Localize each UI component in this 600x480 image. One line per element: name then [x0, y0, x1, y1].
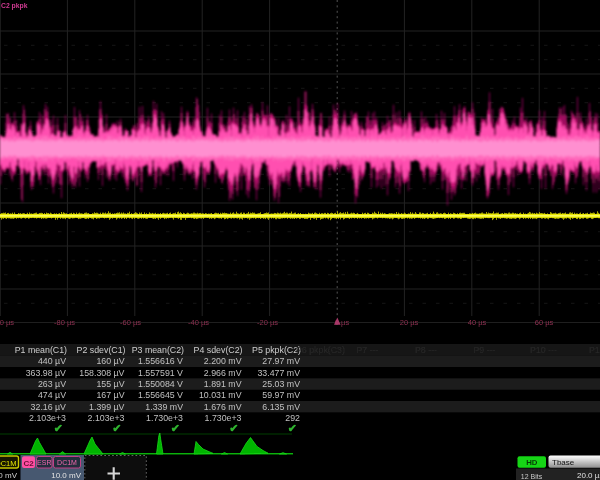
svg-text:✔: ✔ — [229, 422, 238, 434]
svg-text:59.97 mV: 59.97 mV — [262, 390, 300, 400]
svg-text:-100 µs: -100 µs — [0, 318, 14, 327]
svg-text:440 µV: 440 µV — [38, 356, 66, 366]
svg-text:33.477 mV: 33.477 mV — [257, 368, 300, 378]
svg-text:20.0 µs: 20.0 µs — [577, 471, 600, 480]
svg-text:ESR: ESR — [37, 459, 51, 466]
svg-text:155 µV: 155 µV — [96, 379, 124, 389]
svg-text:1.339 mV: 1.339 mV — [145, 402, 183, 412]
svg-text:✔: ✔ — [112, 422, 121, 434]
svg-text:1.399 µV: 1.399 µV — [89, 402, 125, 412]
svg-text:32.16 µV: 32.16 µV — [31, 402, 67, 412]
svg-text:160 µV: 160 µV — [96, 356, 124, 366]
svg-text:P1: P1 — [589, 345, 600, 355]
svg-text:✔: ✔ — [54, 422, 63, 434]
svg-text:P6 pkpk(C3): P6 pkpk(C3) — [296, 345, 345, 355]
svg-text:1.891 mV: 1.891 mV — [204, 379, 242, 389]
svg-text:P7 ---: P7 --- — [357, 345, 379, 355]
svg-text:DC1M: DC1M — [0, 459, 17, 468]
svg-text:158.308 µV: 158.308 µV — [79, 368, 124, 378]
svg-text:1.550084 V: 1.550084 V — [138, 379, 183, 389]
svg-text:1.556616 V: 1.556616 V — [138, 356, 183, 366]
svg-text:P9 ---: P9 --- — [474, 345, 496, 355]
svg-text:25.03 mV: 25.03 mV — [262, 379, 300, 389]
svg-text:✔: ✔ — [171, 422, 180, 434]
svg-text:1.556645 V: 1.556645 V — [138, 390, 183, 400]
svg-text:✔: ✔ — [288, 422, 297, 434]
svg-text:-20 µs: -20 µs — [257, 318, 278, 327]
svg-text:P5 pkpk(C2): P5 pkpk(C2) — [252, 345, 301, 355]
svg-text:C2 pkpk: C2 pkpk — [1, 2, 28, 10]
svg-text:263 µV: 263 µV — [38, 379, 66, 389]
svg-text:12 Bits: 12 Bits — [521, 473, 543, 480]
svg-text:P8 ---: P8 --- — [415, 345, 437, 355]
svg-text:20 µs: 20 µs — [400, 318, 419, 327]
svg-text:P3 mean(C2): P3 mean(C2) — [132, 345, 184, 355]
svg-text:P10 ---: P10 --- — [530, 345, 557, 355]
svg-text:DC1M: DC1M — [57, 459, 77, 466]
svg-text:1.557591 V: 1.557591 V — [138, 368, 183, 378]
svg-text:474 µV: 474 µV — [38, 390, 66, 400]
svg-text:40 µs: 40 µs — [468, 318, 487, 327]
svg-text:HD: HD — [526, 458, 538, 467]
svg-text:27.97 mV: 27.97 mV — [262, 356, 300, 366]
svg-text:2.966 mV: 2.966 mV — [204, 368, 242, 378]
svg-text:2.200 mV: 2.200 mV — [204, 356, 242, 366]
svg-text:167 µV: 167 µV — [96, 390, 124, 400]
svg-text:-40 µs: -40 µs — [188, 318, 209, 327]
svg-text:60 µs: 60 µs — [535, 318, 554, 327]
svg-text:C2: C2 — [23, 459, 34, 468]
svg-text:-80 µs: -80 µs — [54, 318, 75, 327]
svg-text:Tbase: Tbase — [552, 458, 575, 467]
svg-text:20.0 mV: 20.0 mV — [0, 471, 18, 480]
svg-text:10.031 mV: 10.031 mV — [199, 390, 242, 400]
svg-text:P1 mean(C1): P1 mean(C1) — [15, 345, 67, 355]
svg-text:10.0 mV: 10.0 mV — [51, 471, 81, 480]
svg-text:-60 µs: -60 µs — [120, 318, 141, 327]
svg-text:P4 sdev(C2): P4 sdev(C2) — [194, 345, 243, 355]
svg-text:P2 sdev(C1): P2 sdev(C1) — [77, 345, 126, 355]
svg-text:1.676 mV: 1.676 mV — [204, 402, 242, 412]
svg-text:6.135 mV: 6.135 mV — [262, 402, 300, 412]
svg-text:363.98 µV: 363.98 µV — [26, 368, 66, 378]
